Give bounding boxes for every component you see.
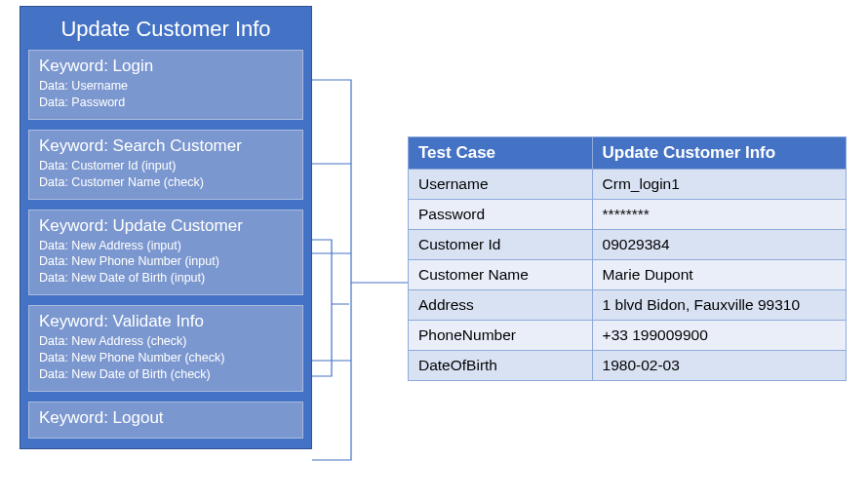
field-name: Username — [409, 170, 593, 200]
table-row: Customer Name Marie Dupont — [409, 260, 847, 290]
field-value: ******** — [592, 200, 846, 230]
keyword-box-update-customer: Keyword: Update Customer Data: New Addre… — [28, 210, 303, 296]
table-row: Address 1 blvd Bidon, Fauxville 99310 — [409, 290, 847, 321]
field-name: PhoneNumber — [409, 321, 593, 351]
test-flow-panel: Update Customer Info Keyword: Login Data… — [20, 6, 312, 449]
keyword-data: Data: Username — [39, 78, 293, 95]
field-name: Customer Id — [409, 230, 593, 260]
field-value: Crm_login1 — [592, 170, 846, 200]
field-name: Address — [409, 290, 593, 321]
keyword-data: Data: New Phone Number (input) — [39, 253, 293, 270]
keyword-title: Keyword: Search Customer — [39, 136, 293, 156]
panel-title: Update Customer Info — [28, 13, 303, 50]
field-value: 1 blvd Bidon, Fauxville 99310 — [592, 290, 846, 321]
field-name: DateOfBirth — [409, 351, 593, 381]
keyword-data: Data: Customer Id (input) — [39, 158, 293, 174]
field-value: Marie Dupont — [592, 260, 846, 290]
table-header-row: Test Case Update Customer Info — [409, 137, 847, 170]
keyword-data: Data: New Phone Number (check) — [39, 350, 293, 366]
table-row: PhoneNumber +33 199009900 — [409, 321, 847, 351]
table-row: Username Crm_login1 — [409, 170, 847, 200]
field-value: 09029384 — [592, 230, 846, 260]
keyword-data: Data: New Address (input) — [39, 238, 293, 254]
keyword-title: Keyword: Logout — [39, 408, 293, 428]
keyword-title: Keyword: Validate Info — [39, 312, 293, 331]
keyword-data: Data: New Date of Birth (check) — [39, 366, 293, 383]
keyword-data: Data: New Date of Birth (input) — [39, 270, 293, 287]
field-name: Customer Name — [409, 260, 593, 290]
keyword-box-validate-info: Keyword: Validate Info Data: New Address… — [28, 305, 303, 392]
table-header-name: Update Customer Info — [592, 137, 846, 170]
keyword-box-login: Keyword: Login Data: Username Data: Pass… — [28, 50, 303, 120]
table-row: Customer Id 09029384 — [409, 230, 847, 260]
keyword-title: Keyword: Update Customer — [39, 216, 293, 236]
keyword-title: Keyword: Login — [39, 57, 293, 76]
keyword-data: Data: Password — [39, 95, 293, 111]
field-value: +33 199009900 — [592, 321, 846, 351]
keyword-data: Data: New Address (check) — [39, 333, 293, 350]
table-row: Password ******** — [409, 200, 847, 230]
field-name: Password — [409, 200, 593, 230]
keyword-box-search-customer: Keyword: Search Customer Data: Customer … — [28, 130, 303, 200]
keyword-box-logout: Keyword: Logout — [28, 402, 303, 439]
field-value: 1980-02-03 — [592, 351, 846, 381]
keyword-data: Data: Customer Name (check) — [39, 174, 293, 191]
test-data-table: Test Case Update Customer Info Username … — [408, 136, 847, 381]
table-header-testcase: Test Case — [409, 137, 593, 170]
table-row: DateOfBirth 1980-02-03 — [409, 351, 847, 381]
